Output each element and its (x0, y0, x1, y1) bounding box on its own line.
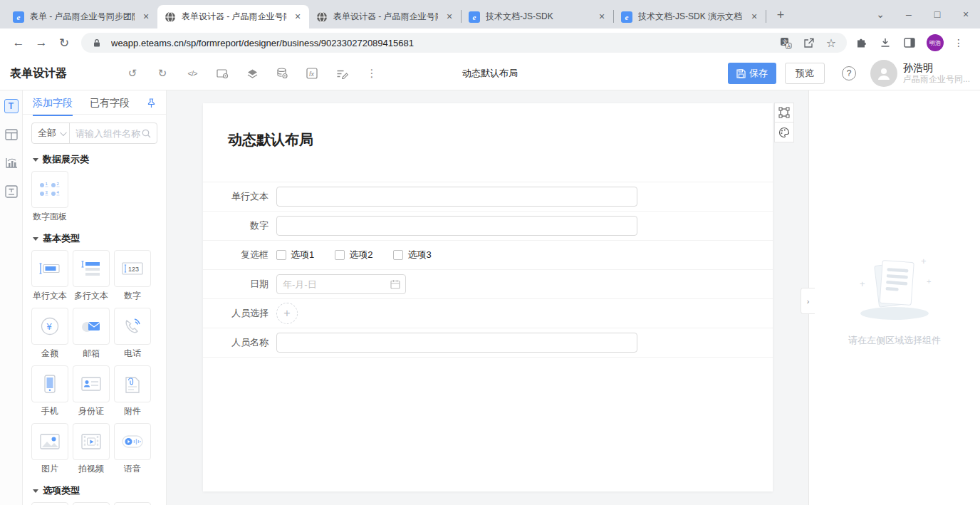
browser-profile-avatar[interactable]: 明浩 (927, 34, 944, 51)
translate-icon[interactable]: 文A (777, 37, 794, 49)
checkbox-option[interactable]: 选项3 (393, 249, 431, 261)
form-title[interactable]: 动态默认布局 (203, 103, 773, 150)
component-money[interactable]: ¥ 金额 (31, 308, 68, 360)
component-image[interactable]: 图片 (31, 423, 68, 475)
database-icon[interactable] (275, 68, 289, 79)
section-header-display[interactable]: 数据展示类 (33, 153, 156, 166)
tab-existing-fields[interactable]: 已有字段 (90, 97, 130, 116)
checkbox-icon[interactable] (393, 250, 403, 260)
chart-mode-icon[interactable] (4, 156, 19, 170)
component-single-text[interactable]: 单行文本 (31, 250, 68, 302)
section-header-basic[interactable]: 基本类型 (33, 232, 156, 245)
code-icon[interactable]: </> (185, 69, 199, 78)
component-voice[interactable]: 语音 (114, 423, 151, 475)
form-card[interactable]: 动态默认布局 单行文本 数字 复选框 选项1 选项2 选项3 (203, 103, 773, 491)
section-header-option[interactable]: 选项类型 (33, 484, 156, 497)
field-row-number[interactable]: 数字 (203, 212, 773, 241)
forward-button[interactable]: → (30, 36, 53, 50)
formula-icon[interactable]: fx (305, 68, 319, 79)
extensions-puzzle-icon[interactable] (854, 37, 868, 49)
filter-all-dropdown[interactable]: 全部 (32, 127, 69, 140)
design-canvas[interactable]: 动态默认布局 单行文本 数字 复选框 选项1 选项2 选项3 (167, 90, 808, 505)
browser-menu-icon[interactable]: ⋮ (954, 37, 964, 48)
field-row-person-name[interactable]: 人员名称 (203, 328, 773, 358)
phone-icon (114, 308, 151, 345)
back-button[interactable]: ← (7, 36, 30, 50)
component-phone[interactable]: 电话 (114, 308, 151, 360)
component-search-input[interactable] (70, 128, 142, 139)
tab-close-icon[interactable]: × (292, 11, 303, 23)
download-icon[interactable] (878, 37, 892, 48)
checkbox-option[interactable]: 选项2 (335, 249, 372, 261)
side-panel-icon[interactable] (902, 38, 917, 48)
reload-button[interactable]: ↻ (53, 36, 75, 51)
tab-add-fields[interactable]: 添加字段 (33, 97, 73, 116)
undo-icon[interactable]: ↺ (125, 67, 140, 80)
browser-tab[interactable]: e 技术文档-JS-SDK 演示文档 × (614, 5, 766, 28)
add-person-button[interactable]: + (276, 303, 298, 324)
layers-icon[interactable] (245, 68, 259, 79)
date-input[interactable] (276, 274, 406, 294)
more-tools-icon[interactable]: ⋮ (365, 67, 379, 80)
tab-close-icon[interactable]: × (596, 11, 608, 23)
field-row-person-select[interactable]: 人员选择 + (203, 299, 773, 328)
calendar-icon[interactable] (390, 279, 400, 289)
redo-icon[interactable]: ↻ (155, 67, 170, 80)
component-option[interactable] (114, 502, 151, 505)
component-id-card[interactable]: 身份证 (73, 365, 110, 417)
person-name-input[interactable] (276, 333, 637, 353)
address-omnibox[interactable]: weapp.eteams.cn/sp/formreport/designer/b… (81, 33, 847, 53)
field-row-single-text[interactable]: 单行文本 (203, 182, 773, 212)
id-card-icon (73, 365, 110, 402)
fields-mode-icon[interactable]: T (4, 99, 19, 113)
component-video[interactable]: 拍视频 (73, 423, 110, 475)
form-settings-icon[interactable] (215, 68, 229, 79)
browser-tab-active[interactable]: 表单设计器 - 卢晶雨企业号同 × (157, 5, 309, 28)
component-attachment[interactable]: 附件 (114, 365, 151, 417)
checkbox-icon[interactable] (276, 250, 286, 260)
checkbox-group: 选项1 选项2 选项3 (276, 249, 432, 261)
pin-icon[interactable] (147, 98, 156, 108)
theme-palette-button[interactable] (774, 123, 794, 142)
checkbox-option[interactable]: 选项1 (276, 249, 314, 261)
tab-close-icon[interactable]: × (444, 11, 455, 23)
chevron-down-icon (60, 129, 67, 136)
filter-all-label: 全部 (38, 127, 56, 140)
checkbox-icon[interactable] (335, 250, 345, 260)
component-mobile[interactable]: 手机 (31, 365, 68, 417)
layout-mode-icon[interactable] (4, 127, 19, 142)
save-button[interactable]: 保存 (728, 63, 776, 84)
transform-select-button[interactable] (774, 103, 794, 123)
tab-close-icon[interactable]: × (140, 11, 152, 23)
minimize-button[interactable]: – (895, 9, 923, 20)
browser-tab[interactable]: e 表单 - 卢晶雨企业号同步团队 × (6, 5, 157, 28)
text-style-icon[interactable] (4, 184, 19, 199)
single-text-input[interactable] (276, 187, 637, 207)
help-icon[interactable]: ? (842, 66, 856, 80)
browser-tab[interactable]: e 技术文档-JS-SDK × (462, 5, 613, 28)
bookmark-star-icon[interactable]: ☆ (823, 36, 840, 50)
field-row-checkbox[interactable]: 复选框 选项1 选项2 选项3 (203, 241, 773, 270)
edit-fields-icon[interactable] (335, 68, 349, 79)
component-label: 数字 (124, 290, 141, 302)
component-option[interactable] (31, 502, 68, 505)
user-avatar[interactable] (870, 60, 897, 87)
share-icon[interactable] (800, 38, 817, 48)
component-email[interactable]: 邮箱 (73, 308, 110, 360)
tab-title: 表单设计器 - 卢晶雨企业号同 (333, 11, 438, 23)
component-option[interactable] (73, 502, 110, 505)
browser-tab[interactable]: 表单设计器 - 卢晶雨企业号同 × (309, 5, 461, 28)
voice-icon (114, 423, 151, 460)
tab-close-icon[interactable]: × (749, 11, 760, 23)
new-tab-button[interactable]: + (771, 6, 791, 26)
maximize-button[interactable]: □ (923, 9, 952, 20)
component-number[interactable]: 123 数字 (114, 250, 151, 302)
component-number-panel[interactable]: 1234 数字面板 (31, 171, 68, 223)
component-multi-text[interactable]: 多行文本 (73, 250, 110, 302)
browser-action-icons: 明浩 ⋮ (854, 34, 964, 51)
close-window-button[interactable]: × (952, 9, 980, 20)
number-input[interactable] (276, 216, 637, 236)
field-row-date[interactable]: 日期 (203, 270, 773, 299)
preview-button[interactable]: 预览 (785, 63, 825, 84)
tab-search-chevron-icon[interactable]: ⌄ (866, 9, 895, 20)
